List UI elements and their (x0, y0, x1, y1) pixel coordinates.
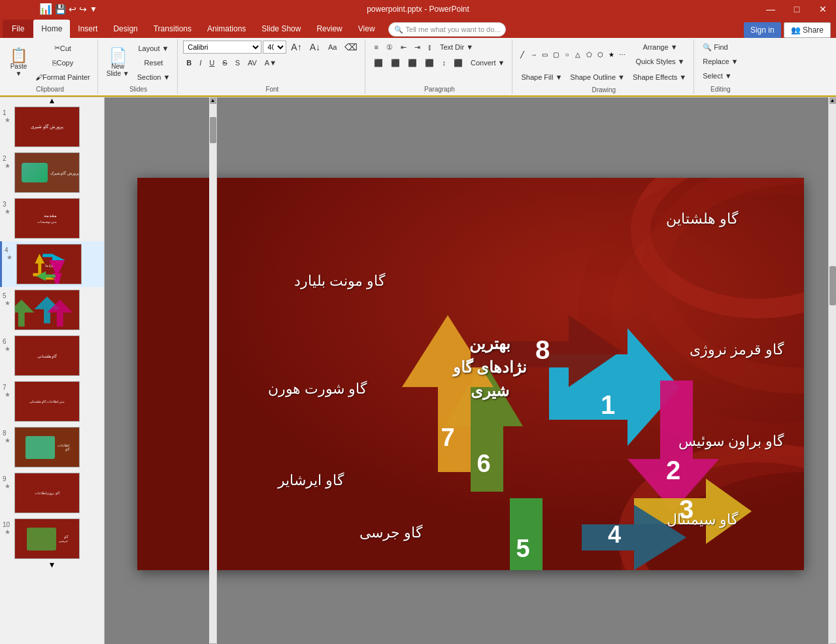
tab-insert[interactable]: Insert (70, 20, 105, 38)
slide-img-1[interactable]: پرورش گاو شیری (14, 107, 80, 147)
smartart-button[interactable]: Convert ▼ (467, 56, 508, 69)
slide-img-6[interactable]: گاو هلشتانی (14, 335, 80, 376)
new-slide-button[interactable]: 📄 New Slide ▼ (103, 43, 133, 82)
slide-img-9[interactable]: گاو نروژی اطلاعات (14, 473, 80, 513)
left-scrollbar[interactable]: ▲ ▼ (209, 97, 217, 644)
clear-format-button[interactable]: ⌫ (341, 41, 361, 54)
tab-slideshow[interactable]: Slide Show (254, 20, 309, 38)
scroll-up-button[interactable]: ▲ (0, 97, 104, 104)
slide-thumb-1[interactable]: 1 ★ پرورش گاو شیری (0, 104, 104, 150)
spacing-button[interactable]: AV (244, 56, 260, 69)
slide-thumb-8[interactable]: 8 ★ اطلاعاتگاو (0, 424, 104, 470)
minimize-button[interactable]: — (758, 0, 784, 18)
cut-button[interactable]: ✂ Cut (32, 42, 93, 55)
shape-pentagon[interactable]: ⬠ (584, 50, 594, 59)
shape-star[interactable]: ★ (607, 50, 616, 59)
slide-img-3[interactable]: مقدمه متن توضیحات (14, 198, 80, 239)
align-text-button[interactable]: ⬛ (450, 56, 466, 69)
line-spacing-button[interactable]: ↕ (439, 56, 449, 69)
format-painter-button[interactable]: 🖌 Format Painter (32, 71, 93, 84)
tab-animations[interactable]: Animations (199, 20, 254, 38)
find-button[interactable]: 🔍 Find (699, 41, 731, 54)
slide-img-4[interactable]: نژادها (16, 244, 82, 284)
decrease-indent-button[interactable]: ⇤ (397, 41, 410, 54)
shape-rect[interactable]: ▭ (540, 50, 549, 59)
maximize-button[interactable]: □ (784, 0, 810, 18)
shape-line[interactable]: ╱ (518, 50, 527, 59)
align-left-button[interactable]: ⬛ (371, 56, 386, 69)
share-button[interactable]: 👥 Share (784, 22, 831, 38)
right-scrollbar[interactable]: ▲ ▼ (828, 97, 836, 644)
slide-panel[interactable]: ▲ 1 ★ پرورش گاو شیری 2 ★ پرورش گاو شیرک (0, 97, 105, 644)
save-icon[interactable]: 💾 (55, 4, 66, 14)
decrease-font-button[interactable]: A↓ (307, 41, 324, 54)
shape-fill-button[interactable]: Shape Fill ▼ (518, 71, 565, 84)
paste-button[interactable]: 📋 Paste ▼ (7, 42, 31, 83)
shape-effects-button[interactable]: Shape Effects ▼ (629, 71, 690, 84)
slide-thumb-6[interactable]: 6 ★ گاو هلشتانی (0, 333, 104, 379)
slide-thumb-10[interactable]: 10 ★ گاوجرسی (0, 516, 104, 562)
italic-button[interactable]: I (196, 56, 205, 69)
font-size-select[interactable]: 40 (263, 41, 286, 54)
slide-thumb-2[interactable]: 2 ★ پرورش گاو شیرک (0, 150, 104, 195)
undo-icon[interactable]: ↩ (69, 4, 76, 14)
reset-button[interactable]: Reset (134, 56, 174, 69)
tab-transitions[interactable]: Transitions (146, 20, 199, 38)
slide-img-5[interactable] (14, 290, 80, 330)
scroll-right-up-arrow[interactable]: ▲ (829, 97, 836, 104)
select-button[interactable]: Select ▼ (699, 69, 735, 82)
shape-triangle[interactable]: △ (573, 50, 582, 59)
tab-view[interactable]: View (350, 20, 383, 38)
close-button[interactable]: ✕ (810, 0, 836, 18)
arrange-button[interactable]: Arrange ▼ (632, 41, 688, 54)
change-case-button[interactable]: Aa (325, 41, 340, 54)
bullets-button[interactable]: ≡ (371, 41, 381, 54)
shape-arrow[interactable]: → (529, 50, 538, 59)
slide-thumb-3[interactable]: 3 ★ مقدمه متن توضیحات (0, 195, 104, 241)
customize-icon[interactable]: ▼ (90, 5, 97, 14)
slide-thumb-4[interactable]: 4 ★ نژادها (0, 241, 104, 287)
shape-rounded[interactable]: ▢ (551, 50, 560, 59)
underline-button[interactable]: U (206, 56, 218, 69)
slide-thumb-5[interactable]: 5 ★ (0, 287, 104, 333)
canvas-area[interactable]: ▲ ▼ (105, 97, 836, 644)
shape-outline-button[interactable]: Shape Outline ▼ (567, 71, 628, 84)
scroll-up-arrow[interactable]: ▲ (210, 97, 216, 104)
tell-me-input[interactable]: 🔍 Tell me what you want to do... (388, 22, 507, 37)
section-button[interactable]: Section ▼ (134, 71, 174, 84)
paste-dropdown[interactable]: ▼ (16, 70, 22, 77)
text-direction-button[interactable]: Text Dir ▼ (437, 41, 477, 54)
slide-img-7[interactable]: متن اطلاعات گاو هلشتانی (14, 381, 80, 422)
scroll-down-button[interactable]: ▼ (0, 562, 104, 568)
slide-img-10[interactable]: گاوجرسی (14, 518, 80, 559)
columns-button[interactable]: ⫿ (425, 41, 435, 54)
sign-in-button[interactable]: Sign in (744, 22, 781, 38)
font-family-select[interactable]: Calibri (183, 41, 261, 54)
font-color-button[interactable]: A▼ (261, 56, 280, 69)
slide-img-2[interactable]: پرورش گاو شیرک (14, 152, 80, 193)
slide-canvas[interactable]: 1 2 3 4 5 6 7 (137, 178, 804, 570)
copy-button[interactable]: ⎘ Copy (32, 56, 93, 69)
shape-ellipse[interactable]: ○ (562, 50, 571, 59)
tab-home[interactable]: Home (33, 20, 70, 38)
tab-review[interactable]: Review (309, 20, 350, 38)
tab-design[interactable]: Design (105, 20, 145, 38)
increase-indent-button[interactable]: ⇥ (411, 41, 424, 54)
slide-thumb-9[interactable]: 9 ★ گاو نروژی اطلاعات (0, 470, 104, 516)
redo-icon[interactable]: ↪ (79, 4, 87, 14)
slide-thumb-7[interactable]: 7 ★ متن اطلاعات گاو هلشتانی (0, 379, 104, 424)
scroll-right-thumb[interactable] (829, 266, 836, 305)
scroll-thumb[interactable] (210, 117, 216, 143)
shape-hex[interactable]: ⬡ (595, 50, 605, 59)
shape-more[interactable]: ⋯ (618, 50, 627, 59)
bold-button[interactable]: B (183, 56, 195, 69)
increase-font-button[interactable]: A↑ (288, 41, 305, 54)
strikethrough-button[interactable]: S (219, 56, 230, 69)
numbering-button[interactable]: ① (383, 41, 396, 54)
quick-styles-button[interactable]: Quick Styles ▼ (632, 55, 688, 68)
shadow-button[interactable]: S (232, 56, 243, 69)
tab-file[interactable]: File (3, 20, 33, 38)
justify-button[interactable]: ⬛ (422, 56, 437, 69)
align-right-button[interactable]: ⬛ (405, 56, 420, 69)
layout-button[interactable]: Layout ▼ (134, 42, 174, 55)
